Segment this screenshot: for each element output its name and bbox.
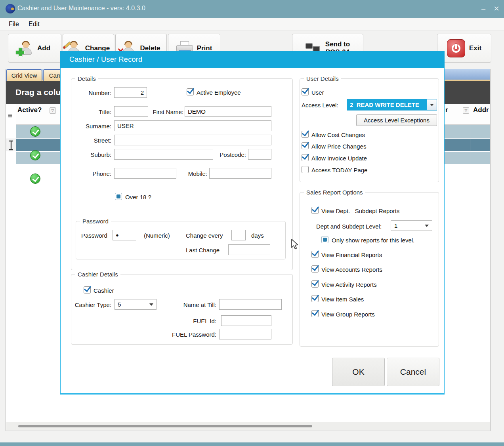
chevron-down-icon <box>146 299 157 309</box>
logo-dot <box>11 8 14 10</box>
menu-edit[interactable]: Edit <box>29 21 40 28</box>
phone-field[interactable] <box>114 168 176 179</box>
allow-price-changes-checkbox[interactable] <box>302 142 309 149</box>
add-button-label: Add <box>37 44 50 52</box>
cashier-type-label: Cashier Type: <box>74 301 111 308</box>
view-financial-reports-checkbox[interactable] <box>311 251 319 258</box>
allow-invoice-update-checkbox[interactable] <box>302 154 309 161</box>
view-dept-subdept-reports-checkbox[interactable] <box>311 207 319 214</box>
ok-button[interactable]: OK <box>332 358 385 386</box>
name-at-till-label: Name at Till: <box>178 301 216 308</box>
fuel-id-field[interactable] <box>221 315 271 326</box>
cancel-button[interactable]: Cancel <box>387 358 439 386</box>
tab-grid-view[interactable]: Grid View <box>6 69 42 81</box>
access-level-dropdown[interactable]: 2 READ WRITE DELETE <box>347 99 437 111</box>
active-check-icon <box>30 150 40 160</box>
view-item-sales-label: View Item Sales <box>321 296 364 303</box>
surname-field[interactable]: USER <box>114 120 271 131</box>
title-bar: Cashier and User Maintenance - vers: 4.0… <box>0 0 504 18</box>
drag-hint-text: Drag a colu <box>15 88 61 97</box>
row-marker-column-header <box>6 104 16 164</box>
filter-icon-right-column[interactable]: ▽ <box>463 107 469 114</box>
minimize-button[interactable]: – <box>477 3 489 14</box>
password-label: Password <box>81 232 107 239</box>
only-show-reports-label: Only show reports for this level. <box>332 237 414 244</box>
number-label: Number: <box>80 90 111 96</box>
column-header-partial[interactable]: r <box>445 106 448 114</box>
view-financial-reports-label: View Financial Reports <box>321 252 382 258</box>
allow-cost-changes-label: Allow Cost Changes <box>311 132 365 138</box>
details-group-label: Details <box>75 75 98 82</box>
row-indicator-cell <box>6 139 16 151</box>
first-name-field[interactable]: DEMO <box>185 106 271 117</box>
suburb-field[interactable] <box>114 149 213 160</box>
view-activity-reports-label: View Activity Reports <box>321 281 377 288</box>
over-18-label: Over 18 ? <box>125 194 151 200</box>
user-checkbox[interactable] <box>302 88 309 95</box>
fuel-password-field[interactable] <box>219 329 271 339</box>
over-18-checkbox[interactable] <box>115 193 122 200</box>
access-today-page-label: Access TODAY Page <box>311 167 367 173</box>
close-button[interactable]: ✕ <box>491 3 502 14</box>
password-field[interactable]: ● <box>113 230 136 240</box>
last-change-field[interactable] <box>228 244 270 255</box>
app-window: Cashier and User Maintenance - vers: 4.0… <box>0 0 504 446</box>
cashier-label: Cashier <box>94 287 114 294</box>
title-field[interactable] <box>114 106 148 117</box>
user-details-group-label: User Details <box>304 75 341 82</box>
horizontal-scrollbar-thumb[interactable] <box>18 425 312 427</box>
numeric-hint-label: (Numeric) <box>144 232 170 239</box>
days-label: days <box>251 232 264 239</box>
cashier-user-record-dialog: Cashier / User Record Details Number: 2 … <box>60 51 445 395</box>
active-employee-checkbox[interactable] <box>187 88 194 95</box>
name-at-till-field[interactable] <box>219 299 282 310</box>
suburb-label: Suburb: <box>74 151 111 158</box>
access-today-page-checkbox[interactable] <box>302 166 309 173</box>
view-group-reports-checkbox[interactable] <box>311 310 319 317</box>
cashier-type-dropdown[interactable]: 5 <box>114 299 157 310</box>
view-item-sales-checkbox[interactable] <box>311 295 319 302</box>
access-level-exceptions-button[interactable]: Access Level Exceptions <box>356 114 437 126</box>
street-field[interactable] <box>114 135 271 145</box>
active-employee-label: Active Employee <box>197 89 241 96</box>
window-bottom-edge <box>0 442 504 446</box>
chevron-down-icon <box>427 99 437 110</box>
only-show-reports-checkbox[interactable] <box>321 236 328 243</box>
exit-button-label: Exit <box>469 44 481 52</box>
phone-label: Phone: <box>74 170 111 177</box>
dept-subdept-level-dropdown[interactable]: 1 <box>391 220 432 231</box>
access-level-value: 2 READ WRITE DELETE <box>347 99 427 110</box>
column-header-active[interactable]: Active? <box>17 106 42 114</box>
allow-cost-changes-checkbox[interactable] <box>302 131 309 138</box>
menu-file[interactable]: File <box>9 21 19 28</box>
app-logo-icon <box>6 4 15 13</box>
view-dept-subdept-reports-label: View Dept. _Subdept Reports <box>321 208 399 214</box>
exit-button[interactable]: Exit <box>437 34 491 63</box>
dept-subdept-level-value: 1 <box>391 222 422 229</box>
send-to-label-line1: Send to <box>325 40 350 48</box>
dept-subdept-level-label: Dept and Subdept Level: <box>316 223 382 230</box>
user-label: User <box>311 89 324 96</box>
add-button[interactable]: Add <box>8 34 61 63</box>
change-every-field[interactable] <box>231 230 246 240</box>
add-user-icon <box>19 41 33 56</box>
allow-invoice-update-label: Allow Invoice Update <box>311 155 367 162</box>
filter-icon-active-column[interactable]: ▽ <box>50 107 56 114</box>
menu-bar <box>0 18 504 31</box>
cashier-checkbox[interactable] <box>84 286 91 294</box>
view-accounts-reports-label: View Accounts Reports <box>321 266 382 273</box>
view-activity-reports-checkbox[interactable] <box>311 280 319 288</box>
fuel-password-label: FUEL Password: <box>172 331 216 338</box>
view-accounts-reports-checkbox[interactable] <box>311 265 319 273</box>
postcode-field[interactable] <box>248 149 271 160</box>
number-field[interactable]: 2 <box>114 87 147 98</box>
dialog-title: Cashier / User Record <box>69 55 142 64</box>
column-header-address[interactable]: Addr <box>473 106 489 114</box>
exit-power-icon <box>447 39 465 57</box>
password-group-label: Password <box>80 218 111 225</box>
access-level-label: Access Level: <box>302 102 338 109</box>
row-marker-icon <box>8 114 12 118</box>
street-label: Street: <box>74 137 111 144</box>
postcode-label: Postcode: <box>216 151 246 158</box>
mobile-field[interactable] <box>209 168 271 179</box>
